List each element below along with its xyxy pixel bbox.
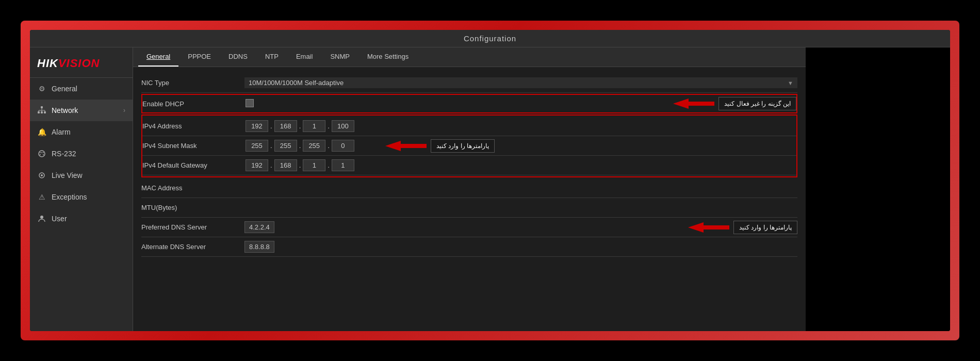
svg-point-9 [39,151,45,157]
dhcp-checkbox[interactable] [246,99,254,107]
svg-rect-2 [41,111,43,113]
network-icon [37,106,46,115]
sidebar-item-general[interactable]: ⚙ General [30,78,133,100]
sidebar-label-user: User [52,215,67,223]
ipv4-subnet-fields: 255 . 255 . 255 . 0 [246,140,354,152]
sidebar-item-network[interactable]: Network › [30,100,133,121]
ipv4-address-row: IPv4 Address 192 . 168 . 1 . 100 [142,117,796,136]
alarm-icon: 🔔 [37,127,46,137]
preferred-dns-field[interactable]: 4.2.2.4 [244,221,274,233]
nic-dropdown-icon[interactable]: ▼ [788,80,793,86]
subnet-b-field[interactable]: 255 [274,140,297,152]
ipv4-c-field[interactable]: 1 [303,120,325,132]
sidebar-item-liveview[interactable]: Live View [30,165,133,186]
ipv4-gateway-row: IPv4 Default Gateway 192 . 168 . 1 . 1 [142,156,796,175]
tab-more-settings[interactable]: More Settings [359,47,417,67]
nic-type-label: NIC Type [141,79,244,87]
tab-bar: General PPPOE DDNS NTP Email S [133,47,806,67]
tab-snmp[interactable]: SNMP [322,47,358,67]
arrow-left-icon-2 [385,140,427,152]
svg-point-13 [40,154,41,155]
enable-dhcp-row: Enable DHCP این گزینه را غیر فعال کنید [141,94,797,113]
alternate-dns-row: Alternate DNS Server 8.8.8.8 [141,237,797,257]
svg-point-11 [41,152,42,153]
mtu-label: MTU(Bytes) [141,204,244,211]
preferred-dns-label: Preferred DNS Server [141,223,244,231]
dhcp-annotation-label: این گزینه را غیر فعال کنید [718,97,796,110]
subnet-d-field[interactable]: 0 [332,140,354,152]
svg-point-14 [43,154,44,155]
right-black-area [806,47,950,331]
gateway-a-field[interactable]: 192 [246,159,268,171]
tab-ntp[interactable]: NTP [257,47,287,67]
sidebar-item-alarm[interactable]: 🔔 Alarm [30,121,133,143]
tab-email[interactable]: Email [288,47,321,67]
ipv4-d-field[interactable]: 100 [332,120,354,132]
preferred-dns-value: 4.2.2.4 [244,223,673,231]
ip-config-group: IPv4 Address 192 . 168 . 1 . 100 [141,114,797,177]
title-bar: Configuration [30,30,950,47]
alternate-dns-field[interactable]: 8.8.8.8 [244,241,274,253]
mac-address-label: MAC Address [141,184,244,192]
alternate-dns-value: 8.8.8.8 [244,243,797,251]
user-icon [37,214,46,223]
gateway-d-field[interactable]: 1 [332,159,354,171]
gateway-c-field[interactable]: 1 [303,159,325,171]
ipv4-b-field[interactable]: 168 [274,120,297,132]
chevron-right-icon: › [123,107,125,114]
sidebar: HIKVISION ⚙ General [30,47,133,331]
logo-area: HIKVISION [30,52,133,78]
sidebar-label-exceptions: Exceptions [52,193,87,201]
form-area: NIC Type 10M/100M/1000M Self-adaptive ▼ … [133,67,806,331]
rs232-icon [37,149,46,158]
sidebar-item-rs232[interactable]: RS-232 [30,143,133,165]
gear-icon: ⚙ [37,84,46,93]
sidebar-label-rs232: RS-232 [52,150,76,158]
sidebar-label-network: Network [52,106,78,114]
window-title: Configuration [464,34,516,43]
tab-pppoe[interactable]: PPPOE [179,47,219,67]
dns-annotation-label: پارامترها را وارد کنید [733,221,797,234]
arrow-left-icon-3 [688,221,729,234]
ipv4-subnet-label: IPv4 Subnet Mask [142,142,246,150]
inner-container: Configuration HIKVISION ⚙ General [30,30,950,331]
main-content: HIKVISION ⚙ General [30,47,950,331]
logo-vision: VISION [58,57,100,70]
svg-point-16 [41,174,43,176]
main-panel: General PPPOE DDNS NTP Email S [133,47,806,331]
gateway-b-field[interactable]: 168 [274,159,297,171]
arrow-left-icon [673,97,714,110]
svg-point-12 [43,152,44,153]
svg-rect-1 [38,111,40,113]
enable-dhcp-label: Enable DHCP [142,100,246,108]
svg-point-17 [40,216,43,219]
tab-general[interactable]: General [138,47,178,67]
sidebar-item-exceptions[interactable]: ⚠ Exceptions [30,186,133,208]
tab-ddns[interactable]: DDNS [220,47,256,67]
params-annotation-1: پارامترها را وارد کنید [385,139,495,153]
dhcp-annotation: این گزینه را غیر فعال کنید [673,97,796,110]
dns-annotation: پارامترها را وارد کنید [688,221,797,234]
ipv4-address-fields: 192 . 168 . 1 . 100 [246,120,354,132]
preferred-dns-row: Preferred DNS Server 4.2.2.4 پارامترها ر… [141,218,797,237]
svg-point-10 [40,152,41,153]
subnet-a-field[interactable]: 255 [246,140,268,152]
exceptions-icon: ⚠ [37,192,46,202]
nic-type-value: 10M/100M/1000M Self-adaptive ▼ [244,77,797,88]
liveview-icon [37,171,46,180]
sidebar-label-liveview: Live View [52,171,83,179]
outer-border: Configuration HIKVISION ⚙ General [21,21,959,340]
ipv4-gateway-fields: 192 . 168 . 1 . 1 [246,159,354,171]
subnet-c-field[interactable]: 255 [303,140,325,152]
ipv4-gateway-label: IPv4 Default Gateway [142,161,246,169]
ipv4-subnet-row: IPv4 Subnet Mask 255 . 255 . 255 . 0 [142,136,796,156]
logo: HIKVISION [37,57,125,70]
svg-marker-18 [673,99,714,109]
params-annotation-label-1: پارامترها را وارد کنید [431,139,495,153]
nic-type-text: 10M/100M/1000M Self-adaptive [249,79,788,87]
sidebar-item-user[interactable]: User [30,208,133,229]
svg-rect-3 [44,111,46,113]
alternate-dns-label: Alternate DNS Server [141,243,244,251]
logo-hik: HIK [37,57,58,70]
ipv4-a-field[interactable]: 192 [246,120,268,132]
